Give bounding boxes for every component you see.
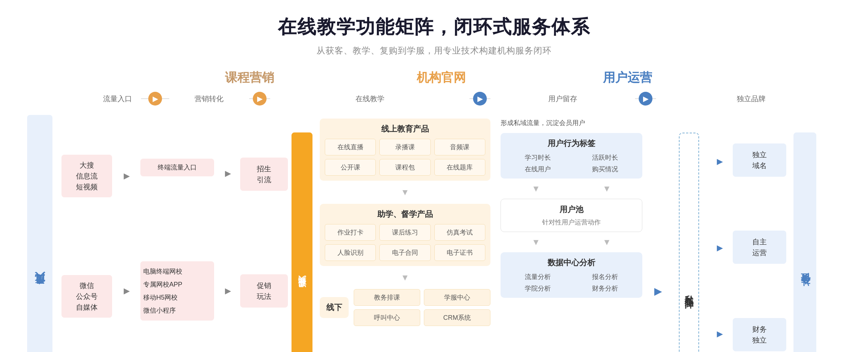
- traffic-box-0: 大搜 信息流 短视频: [61, 155, 112, 197]
- data-grid: 流量分析 报名分析 学院分析 财务分析: [506, 272, 637, 293]
- user-tag-grid: 学习时长 活跃时长 在线用户 购买情况: [506, 153, 637, 173]
- down-arrow-u3: ▼: [532, 237, 540, 247]
- aux-item-3: 人脸识别: [325, 244, 376, 261]
- col-private-arrow: ▶: [647, 115, 669, 352]
- down-arrow-u2: ▼: [603, 184, 611, 194]
- flow-arrow-2: ▶: [253, 92, 267, 106]
- right-vertical-label: 社会价值: [793, 133, 816, 352]
- data-item-3: 财务分析: [573, 284, 637, 293]
- flow-label-online: 在线教学: [356, 95, 384, 103]
- aux-item-0: 作业打卡: [325, 224, 376, 241]
- arrow-icon-2: ▶: [257, 94, 263, 103]
- offline-grid: 教务排课 学服中心 呼叫中心 CRM系统: [354, 289, 490, 326]
- down-arrow-u4: ▼: [603, 237, 611, 247]
- col-sales: 招生 引流 促销 玩法 推广 营销: [239, 115, 289, 352]
- arrow-brand-0: ▶: [717, 157, 723, 166]
- online-item-2: 音频课: [434, 139, 485, 155]
- col-course-buy: 课程购买: [289, 115, 315, 352]
- col-brand-arrows: ▶ ▶ ▶ ▶: [709, 115, 731, 352]
- arrow-icon-3: ▶: [477, 94, 483, 103]
- user-tag-0: 学习时长: [506, 153, 570, 162]
- arrow-brand-1: ▶: [717, 243, 723, 253]
- traffic-box-1: 微信 公众号 自媒体: [61, 275, 112, 318]
- col-right-label: 社会价值: [788, 115, 821, 352]
- offline-item-1: 学服中心: [424, 289, 490, 306]
- arrow-icon-4: ▶: [643, 94, 648, 103]
- down-arrow-2: ▼: [320, 272, 490, 283]
- brand-box-0: 独立 域名: [733, 143, 786, 177]
- aux-item-1: 课后练习: [379, 224, 430, 241]
- section-label-official: 机构官网: [417, 70, 466, 84]
- down-arrow-1: ▼: [320, 187, 490, 197]
- col-traffic: 大搜 信息流 短视频 微信 公众号 自媒体 第三方 平台: [58, 115, 116, 352]
- offline-item-0: 教务排课: [354, 289, 420, 306]
- user-tag-2: 在线用户: [506, 165, 570, 173]
- arrow-mkt-0: ▶: [225, 169, 231, 178]
- flow-label-brand: 独立品牌: [737, 95, 766, 103]
- course-buy-label: 课程购买: [292, 133, 312, 352]
- col-marketing: 终端流量入口 电脑终端网校 专属网校APP 移动H5网校 微信小程序 钉钉/企业…: [137, 115, 217, 352]
- online-item-5: 在线题库: [434, 159, 485, 176]
- user-tag-1: 活跃时长: [573, 153, 637, 162]
- private-label: 私域矩阵: [683, 288, 695, 294]
- online-section-aux: 助学、督学产品 作业打卡 课后练习 仿真考试 人脸识别 电子合同 电子证书: [320, 204, 490, 266]
- left-label-col: 流量入口: [22, 115, 58, 352]
- flow-arrow-4: ▶: [639, 92, 652, 106]
- col-user: 形成私域流量，沉淀会员用户 用户行为标签 学习时长 活跃时长 在线用户 购买情况…: [495, 115, 647, 352]
- brand-box-1: 自主 运营: [733, 231, 786, 264]
- online-item-3: 公开课: [325, 159, 376, 176]
- offline-item-3: CRM系统: [424, 309, 490, 326]
- online-item-0: 在线直播: [325, 139, 376, 155]
- arrow-traffic-1: ▶: [124, 286, 130, 296]
- private-domain-box: 私域矩阵: [679, 133, 699, 352]
- mkt-box-terminal: 终端流量入口: [140, 159, 214, 176]
- user-pool-title: 用户池: [506, 204, 637, 215]
- flow-arrow-1: ▶: [148, 92, 162, 106]
- user-pool-section: 用户池 针对性用户运营动作: [501, 199, 642, 232]
- arrow-brand-2: ▶: [717, 329, 723, 339]
- data-item-0: 流量分析: [506, 272, 570, 281]
- online-item-1: 录播课: [379, 139, 430, 155]
- data-section: 数据中心分析 流量分析 报名分析 学院分析 财务分析: [501, 252, 642, 298]
- offline-label: 线下: [320, 297, 349, 318]
- sales-box-0: 招生 引流: [240, 158, 288, 191]
- data-title: 数据中心分析: [506, 257, 637, 268]
- arrow-to-private: ▶: [654, 285, 662, 297]
- brand-box-2: 财务 独立: [733, 318, 786, 351]
- left-vertical-label: 流量入口: [27, 115, 52, 352]
- flow-label-retention: 用户留存: [548, 95, 577, 103]
- flow-arrow-3: ▶: [473, 92, 487, 106]
- online-aux-grid: 作业打卡 课后练习 仿真考试 人脸识别 电子合同 电子证书: [325, 224, 485, 261]
- aux-item-2: 仿真考试: [434, 224, 485, 241]
- page-title: 在线教学功能矩阵，闭环式服务体系: [22, 14, 846, 40]
- user-pool-sub: 针对性用户运营动作: [506, 218, 637, 227]
- down-arrow-u1: ▼: [532, 184, 540, 194]
- section-label-marketing: 课程营销: [225, 70, 274, 84]
- data-item-1: 报名分析: [573, 272, 637, 281]
- col-brand: 独立 域名 自主 运营 财务 独立 多终端 支持: [731, 115, 788, 352]
- aux-item-4: 电子合同: [379, 244, 430, 261]
- online-products-grid: 在线直播 录播课 音频课 公开课 课程包 在线题库: [325, 139, 485, 176]
- down-arrow-user-1: ▼ ▼: [501, 184, 642, 194]
- flow-label-traffic: 流量入口: [103, 95, 132, 103]
- col-arrow-marketing: ▶ ▶ ▶: [217, 115, 239, 352]
- col-private: 私域矩阵: [669, 115, 709, 352]
- page-subtitle: 从获客、教学、复购到学服，用专业技术构建机构服务闭环: [22, 45, 846, 56]
- arrow-traffic-0: ▶: [124, 171, 130, 181]
- arrow-icon-1: ▶: [153, 94, 158, 103]
- flow-label-conversion: 营销转化: [195, 95, 224, 103]
- offline-row: 线下 教务排课 学服中心 呼叫中心 CRM系统: [320, 289, 490, 326]
- user-tag-title: 用户行为标签: [506, 138, 637, 149]
- data-item-2: 学院分析: [506, 284, 570, 293]
- user-tag-section: 用户行为标签 学习时长 活跃时长 在线用户 购买情况: [501, 133, 642, 179]
- arrow-mkt-1: ▶: [225, 286, 231, 296]
- online-item-4: 课程包: [379, 159, 430, 176]
- sales-box-1: 促销 玩法: [240, 274, 288, 308]
- user-top-text: 形成私域流量，沉淀会员用户: [501, 119, 642, 127]
- section-label-userops: 用户运营: [603, 70, 652, 84]
- col-arrow-traffic: ▶ ▶ ▶: [116, 115, 137, 352]
- online-section-products: 线上教育产品 在线直播 录播课 音频课 公开课 课程包 在线题库: [320, 119, 490, 181]
- col-online: 线上教育产品 在线直播 录播课 音频课 公开课 课程包 在线题库 ▼ 助学、督学…: [315, 115, 495, 352]
- user-tag-3: 购买情况: [573, 165, 637, 173]
- page: 在线教学功能矩阵，闭环式服务体系 从获客、教学、复购到学服，用专业技术构建机构服…: [0, 0, 868, 352]
